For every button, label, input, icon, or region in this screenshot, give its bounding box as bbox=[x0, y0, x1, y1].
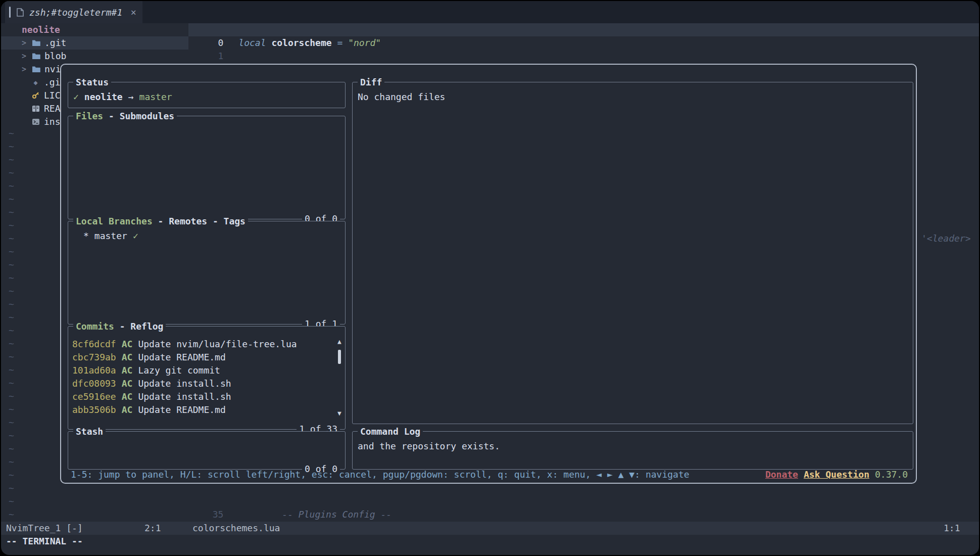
donate-link[interactable]: Donate bbox=[765, 468, 798, 481]
commit-hash: cbc739ab bbox=[72, 351, 116, 364]
scrollbar-thumb[interactable] bbox=[338, 350, 341, 364]
local-branches-tab[interactable]: Local Branches bbox=[76, 216, 153, 226]
commit-row[interactable]: dfc08093ACUpdate install.sh bbox=[68, 377, 345, 390]
tilde-line: ~ bbox=[9, 495, 24, 508]
tilde-line: ~ bbox=[9, 193, 24, 206]
chevron-right-icon[interactable]: > bbox=[22, 36, 28, 50]
license-key-icon bbox=[31, 91, 40, 100]
tilde-line: ~ bbox=[9, 140, 24, 153]
commits-scrollbar[interactable]: ▲ ▼ bbox=[335, 338, 344, 417]
lazygit-command-log-panel[interactable]: Command Log and the repository exists. bbox=[352, 431, 913, 470]
tab-title: zsh;#toggleterm#1 bbox=[29, 7, 122, 18]
tree-item-blob-folder[interactable]: > blob bbox=[1, 50, 188, 63]
commit-message: Update nvim/lua/file-tree.lua bbox=[138, 338, 297, 351]
files-panel-title[interactable]: Files - Submodules bbox=[73, 110, 177, 123]
tree-item-git-folder[interactable]: > .git bbox=[1, 36, 188, 50]
commit-author: AC bbox=[122, 390, 133, 403]
statusline-buffer-name: NvimTree_1 [-] bbox=[6, 522, 83, 535]
statusline: NvimTree_1 [-] 2:1 colorschemes.lua 1:1 bbox=[1, 522, 979, 535]
tilde-line: ~ bbox=[9, 429, 24, 442]
tilde-line: ~ bbox=[9, 508, 24, 521]
commit-message: Update README.md bbox=[138, 351, 225, 364]
submodules-tab[interactable]: - Submodules bbox=[103, 111, 174, 121]
lazygit-status-panel[interactable]: Status ✓ neolite → master bbox=[68, 82, 346, 108]
tree-item-label: ins bbox=[44, 115, 61, 128]
tilde-line: ~ bbox=[9, 245, 24, 258]
commit-row[interactable]: 101ad60aACLazy git commit bbox=[68, 364, 345, 377]
repo-name: neolite bbox=[84, 90, 123, 104]
tree-item-label: blob bbox=[44, 50, 66, 63]
tab-close-icon[interactable]: × bbox=[131, 7, 136, 18]
tilde-line: ~ bbox=[9, 285, 24, 298]
commit-row[interactable]: abb3506bACUpdate README.md bbox=[68, 403, 345, 416]
commit-message: Lazy git commit bbox=[138, 364, 220, 377]
stash-panel-title[interactable]: Stash bbox=[73, 425, 106, 438]
lazygit-branches-panel[interactable]: Local Branches - Remotes - Tags * master… bbox=[68, 221, 346, 325]
lazygit-links: Donate Ask Question 0.37.0 bbox=[765, 468, 908, 481]
code-line-0: 0local colorscheme = "nord" bbox=[188, 23, 979, 36]
commit-message: Update install.sh bbox=[138, 377, 231, 390]
tilde-line: ~ bbox=[9, 127, 24, 140]
remotes-tags-tabs[interactable]: - Remotes - Tags bbox=[153, 216, 246, 226]
empty-buffer-tildes: ~~~~~~~~~~~~~~~~~~~~~~~~~~~~~~ bbox=[9, 127, 24, 521]
chevron-right-icon[interactable]: > bbox=[22, 63, 28, 76]
commits-tab[interactable]: Commits bbox=[76, 321, 114, 332]
commits-panel-title[interactable]: Commits - Reflog bbox=[73, 320, 166, 333]
status-panel-title[interactable]: Status bbox=[73, 76, 111, 89]
lazygit-float-window: Status ✓ neolite → master Files - Submod… bbox=[60, 64, 917, 484]
lazygit-diff-panel[interactable]: Diff No changed files bbox=[352, 82, 913, 424]
checked-out-marker: * bbox=[83, 229, 89, 243]
chevron-right-icon[interactable]: > bbox=[22, 50, 28, 63]
commit-message: Update install.sh bbox=[138, 390, 231, 403]
ask-question-link[interactable]: Ask Question bbox=[804, 468, 869, 481]
lazygit-files-panel[interactable]: Files - Submodules 0 of 0 bbox=[68, 116, 346, 219]
code-line-1: 1 bbox=[188, 36, 979, 50]
tree-item-label: .git bbox=[44, 36, 66, 50]
tilde-line: ~ bbox=[9, 219, 24, 232]
tilde-line: ~ bbox=[9, 179, 24, 193]
commit-row[interactable]: ce5916eeACUpdate install.sh bbox=[68, 390, 345, 403]
folder-icon bbox=[32, 52, 40, 60]
statusline-cursor-position: 1:1 bbox=[944, 522, 960, 535]
tilde-line: ~ bbox=[9, 232, 24, 245]
statusline-file-name: colorschemes.lua bbox=[192, 522, 280, 535]
commit-row[interactable]: 8cf6dcdfACUpdate nvim/lua/file-tree.lua bbox=[68, 338, 345, 351]
diff-content: No changed files bbox=[353, 82, 913, 104]
shell-script-icon bbox=[31, 118, 40, 126]
folder-icon bbox=[32, 39, 40, 47]
code-line-2: 2if colorscheme == "onedark" then bbox=[188, 50, 979, 63]
commit-hash: ce5916ee bbox=[72, 390, 116, 403]
scroll-up-icon[interactable]: ▲ bbox=[335, 338, 344, 345]
lazygit-stash-panel[interactable]: Stash 0 of 0 bbox=[68, 431, 346, 470]
reflog-tab[interactable]: - Reflog bbox=[114, 321, 164, 332]
command-log-panel-title[interactable]: Command Log bbox=[358, 425, 423, 438]
commit-author: AC bbox=[122, 364, 133, 377]
tree-item-label: nvi bbox=[44, 63, 61, 76]
tree-item-label: REA bbox=[44, 102, 61, 115]
current-branch: master bbox=[139, 90, 172, 104]
gitignore-icon: ◆ bbox=[31, 78, 40, 86]
check-icon: ✓ bbox=[133, 229, 138, 243]
tilde-line: ~ bbox=[9, 324, 24, 337]
tilde-line: ~ bbox=[9, 363, 24, 377]
file-explorer-root: neolite bbox=[22, 23, 60, 36]
scroll-down-icon[interactable]: ▼ bbox=[335, 409, 344, 417]
commit-author: AC bbox=[122, 403, 133, 416]
tab-bar: zsh;#toggleterm#1 × bbox=[1, 1, 979, 23]
branches-panel-title[interactable]: Local Branches - Remotes - Tags bbox=[73, 215, 248, 228]
lazygit-commits-panel[interactable]: Commits - Reflog 8cf6dcdfACUpdate nvim/l… bbox=[68, 326, 346, 430]
files-tab[interactable]: Files bbox=[76, 111, 103, 121]
mode-indicator: -- TERMINAL -- bbox=[6, 535, 83, 548]
commit-row[interactable]: cbc739abACUpdate README.md bbox=[68, 351, 345, 364]
readme-book-icon bbox=[31, 105, 40, 113]
tree-item-label: .gi bbox=[44, 76, 61, 89]
tilde-line: ~ bbox=[9, 337, 24, 350]
tilde-line: ~ bbox=[9, 271, 24, 285]
code-line-36: 36diagnostics = { bbox=[188, 508, 979, 521]
diff-panel-title[interactable]: Diff bbox=[358, 76, 384, 89]
tilde-line: ~ bbox=[9, 350, 24, 363]
commit-hash: 8cf6dcdf bbox=[72, 338, 116, 351]
terminal-tab[interactable]: zsh;#toggleterm#1 × bbox=[5, 1, 142, 23]
tree-item-label: LIC bbox=[44, 89, 61, 102]
tilde-line: ~ bbox=[9, 153, 24, 166]
